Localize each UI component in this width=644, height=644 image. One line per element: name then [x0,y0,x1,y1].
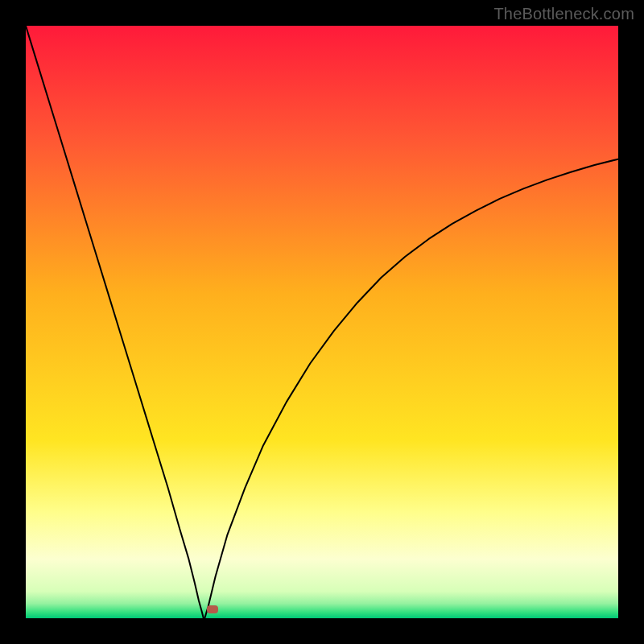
outer-frame: TheBottleneck.com [0,0,644,644]
chart-marker-dot [207,605,218,613]
chart-background [26,26,618,618]
chart-plot-area [26,26,618,618]
chart-svg [26,26,618,618]
watermark-text: TheBottleneck.com [493,5,634,23]
